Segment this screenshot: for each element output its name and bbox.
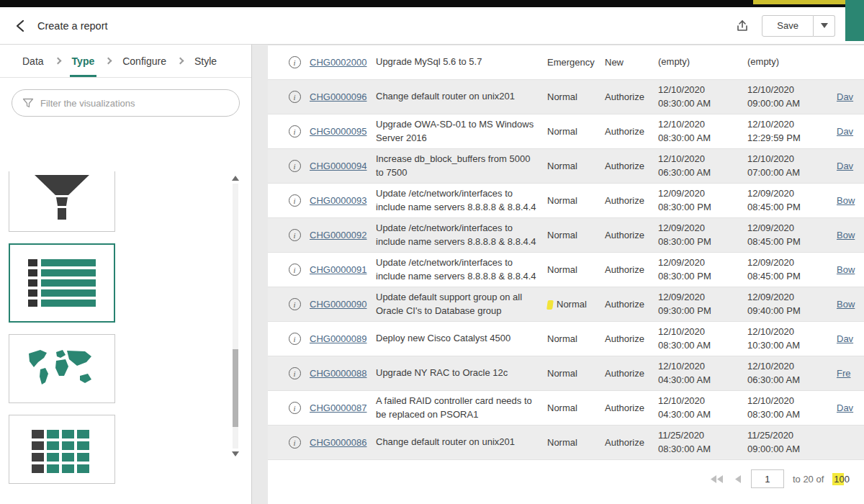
visualization-list [0, 171, 251, 484]
save-button-group: Save [762, 15, 835, 37]
wizard-step-style[interactable]: Style [192, 45, 219, 77]
planned-end-cell: 12/09/2020 09:40:00 PM [747, 291, 837, 317]
info-icon[interactable]: i [289, 56, 301, 68]
planned-end-cell: (empty) [747, 55, 837, 68]
assigned-to-link[interactable]: Dav [837, 126, 864, 137]
info-icon[interactable]: i [289, 125, 301, 138]
table-row[interactable]: iCHG0002000Upgrade MySql 5.6 to 5.7Emerg… [268, 45, 864, 80]
viz-type-list[interactable] [9, 243, 115, 323]
table-body: iCHG0002000Upgrade MySql 5.6 to 5.7Emerg… [268, 45, 864, 460]
priority-cell: Normal [547, 91, 605, 102]
assigned-to-link[interactable]: Bow [837, 195, 864, 206]
chevron-down-icon [821, 23, 828, 28]
save-dropdown-button[interactable] [814, 15, 835, 37]
info-icon-cell: i [279, 264, 310, 276]
viz-type-world-map[interactable] [9, 334, 115, 403]
first-page-button[interactable] [709, 474, 724, 485]
funnel-filter-icon [22, 97, 34, 109]
previous-page-button[interactable] [733, 474, 742, 485]
assigned-to-link[interactable]: Dav [837, 333, 864, 344]
assigned-to-link[interactable]: Dav [837, 402, 864, 413]
short-description: Deploy new Cisco Catalyst 4500 [376, 332, 547, 345]
short-description: Update default support group on all Orac… [376, 291, 547, 317]
wizard-step-data[interactable]: Data [20, 45, 46, 77]
info-icon[interactable]: i [289, 160, 301, 172]
change-number-link[interactable]: CHG0000093 [310, 195, 376, 206]
info-icon[interactable]: i [289, 402, 301, 414]
change-number-link[interactable]: CHG0000087 [310, 402, 376, 413]
back-chevron-button[interactable] [13, 18, 29, 34]
table-row[interactable]: iCHG0000090Update default support group … [268, 287, 864, 322]
priority-cell: Normal [547, 161, 605, 171]
corner-teal-block[interactable] [845, 0, 864, 41]
list-chart-icon [22, 255, 102, 311]
chevron-right-icon [54, 58, 61, 65]
info-icon[interactable]: i [289, 367, 301, 379]
scroll-down-icon[interactable] [232, 451, 239, 456]
wizard-step-type[interactable]: Type [70, 45, 97, 77]
table-row[interactable]: iCHG0000095Upgrade OWA-SD-01 to MS Windo… [268, 114, 864, 149]
table-row[interactable]: iCHG0000093Update /etc/network/interface… [268, 184, 864, 218]
table-row[interactable]: iCHG0000094Increase db_block_buffers fro… [268, 149, 864, 184]
planned-end-cell: 12/09/2020 08:45:00 PM [747, 222, 837, 248]
scroll-up-icon[interactable] [232, 176, 239, 181]
state-cell: Authorize [605, 230, 658, 240]
info-icon[interactable]: i [289, 91, 301, 103]
export-button[interactable] [733, 17, 752, 35]
change-number-link[interactable]: CHG0000096 [310, 91, 376, 102]
info-icon-cell: i [279, 194, 310, 207]
assigned-to-link[interactable]: Fre [837, 368, 864, 379]
change-number-link[interactable]: CHG0000086 [310, 437, 376, 448]
table-row[interactable]: iCHG0000096Change default router on unix… [268, 80, 864, 114]
annotation-highlight-mark [546, 300, 554, 310]
planned-start-cell: (empty) [658, 55, 747, 68]
state-cell: Authorize [605, 195, 658, 206]
assigned-to-link[interactable]: Bow [837, 299, 864, 310]
viz-scrollbar[interactable] [231, 176, 240, 456]
filter-visualizations-input[interactable] [40, 98, 229, 109]
change-number-link[interactable]: CHG0000091 [310, 264, 376, 275]
assigned-to-link[interactable]: Bow [837, 264, 864, 275]
table-row[interactable]: iCHG0000088Upgrade NY RAC to Oracle 12cN… [268, 356, 864, 391]
state-cell: Authorize [605, 333, 658, 344]
short-description: Increase db_block_buffers from 5000 to 7… [376, 153, 547, 179]
table-row[interactable]: iCHG0000089Deploy new Cisco Catalyst 450… [268, 322, 864, 356]
short-description: Upgrade NY RAC to Oracle 12c [376, 366, 547, 379]
change-number-link[interactable]: CHG0002000 [310, 57, 376, 68]
planned-start-cell: 12/09/2020 08:30:00 PM [658, 187, 747, 213]
scrollbar-track[interactable] [233, 184, 238, 449]
planned-start-cell: 12/09/2020 08:30:00 PM [658, 222, 747, 248]
planned-end-cell: 12/09/2020 08:45:00 PM [747, 256, 837, 282]
info-icon[interactable]: i [289, 264, 301, 276]
assigned-to-link[interactable]: Dav [837, 161, 864, 171]
table-row[interactable]: iCHG0000086Change default router on unix… [268, 426, 864, 460]
planned-start-cell: 12/10/2020 08:30:00 AM [658, 84, 747, 109]
planned-end-cell: 11/25/2020 09:00:00 AM [747, 429, 837, 455]
table-row[interactable]: iCHG0000091Update /etc/network/interface… [268, 253, 864, 287]
change-number-link[interactable]: CHG0000089 [310, 333, 376, 344]
info-icon[interactable]: i [289, 333, 301, 345]
viz-type-pivot-table[interactable] [9, 415, 115, 484]
info-icon[interactable]: i [289, 436, 301, 449]
planned-end-cell: 12/10/2020 12:29:59 PM [747, 118, 837, 144]
change-number-link[interactable]: CHG0000094 [310, 161, 376, 171]
info-icon[interactable]: i [289, 298, 301, 310]
priority-cell: Normal [547, 333, 605, 344]
table-row[interactable]: iCHG0000087A failed RAID controller card… [268, 391, 864, 426]
change-number-link[interactable]: CHG0000090 [310, 299, 376, 310]
planned-end-cell: 12/10/2020 09:00:00 AM [747, 84, 837, 109]
change-number-link[interactable]: CHG0000095 [310, 126, 376, 137]
viz-type-funnel[interactable] [9, 171, 115, 232]
table-row[interactable]: iCHG0000092Update /etc/network/interface… [268, 218, 864, 253]
wizard-step-configure[interactable]: Configure [120, 45, 168, 77]
assigned-to-link[interactable]: Bow [837, 230, 864, 240]
page-number-input[interactable] [751, 469, 784, 488]
assigned-to-link[interactable]: Dav [837, 91, 864, 102]
info-icon[interactable]: i [289, 229, 301, 241]
priority-cell: Normal [547, 402, 605, 413]
save-button[interactable]: Save [762, 15, 814, 37]
change-number-link[interactable]: CHG0000088 [310, 368, 376, 379]
change-number-link[interactable]: CHG0000092 [310, 230, 376, 240]
scrollbar-thumb[interactable] [233, 349, 238, 427]
info-icon[interactable]: i [289, 194, 301, 207]
